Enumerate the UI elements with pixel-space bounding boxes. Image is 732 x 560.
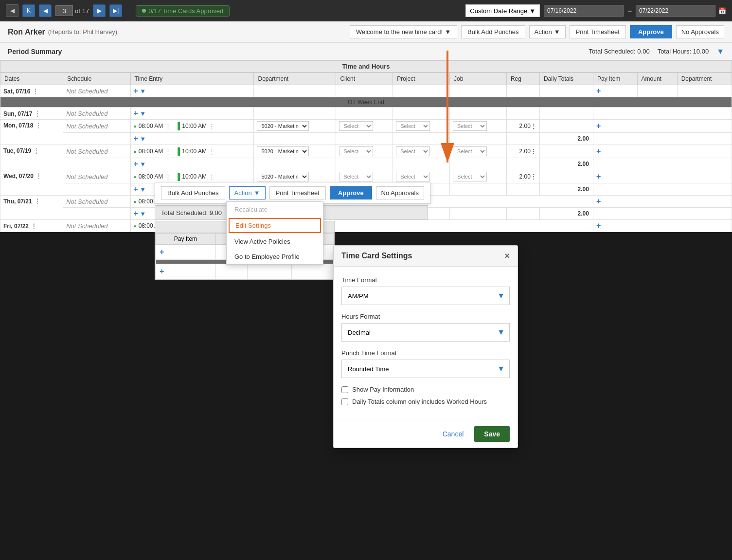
job-sub (450, 133, 507, 145)
date-range-selector[interactable]: Custom Date Range ▼ (465, 4, 540, 17)
floating-toolbar: Bulk Add Punches Action ▼ Print Timeshee… (155, 182, 430, 204)
no-approvals-button[interactable]: No Approvals (676, 25, 724, 38)
view-active-policies-item[interactable]: View Active Policies (227, 234, 323, 249)
client-select[interactable]: Select (339, 121, 373, 131)
time-dropdown-arrow[interactable]: ▼ (140, 88, 146, 95)
department-select[interactable]: 5020 - Marketin (257, 172, 309, 181)
schedule-cell: Not Scheduled (63, 170, 130, 183)
time-dropdown-arrow[interactable]: ▼ (140, 110, 146, 117)
ft-print-button[interactable]: Print Timesheet (269, 186, 326, 199)
add-time-button[interactable]: + (134, 87, 138, 95)
dark-row-pay (156, 260, 216, 264)
client-cell: Select (336, 170, 393, 183)
col-pay-item: Pay Item (593, 73, 637, 85)
hours-format-select[interactable]: Decimal Hours:Minutes (341, 323, 510, 342)
time-format-label: Time Format (341, 276, 510, 284)
welcome-button[interactable]: Welcome to the new time card! ▼ (350, 25, 457, 38)
department-select[interactable]: 5020 - Marketin (257, 121, 309, 131)
punch-menu-icon[interactable]: ⋮ (165, 148, 171, 155)
date-cell: Fri, 07/22⋮ (0, 220, 63, 232)
add-time-sub-button[interactable]: + (134, 134, 138, 143)
dept-right-cell (677, 85, 732, 97)
status-text: 0/17 Time Cards Approved (148, 7, 223, 15)
add-time-button[interactable]: + (134, 109, 138, 117)
sched-sub (63, 133, 130, 145)
back-nav-button[interactable]: ◀ (6, 4, 18, 17)
add-pay-item-button[interactable]: + (596, 122, 601, 130)
ft-bulk-add-button[interactable]: Bulk Add Punches (161, 186, 225, 199)
time-dropdown-sub[interactable]: ▼ (140, 161, 146, 168)
ft-approve-button[interactable]: Approve (330, 186, 372, 199)
recalculate-item[interactable]: Recalculate (227, 202, 323, 217)
punch-menu-icon[interactable]: ⋮ (165, 173, 171, 181)
date-range-label: Custom Date Range (470, 7, 527, 15)
table-row: Sat, 07/16⋮ Not Scheduled + ▼ + (0, 85, 732, 97)
col-client: Client (336, 73, 393, 85)
add-time-sub-button[interactable]: + (134, 185, 138, 193)
punch-in-time: 08:00 AM (139, 173, 163, 180)
punch-menu-icon[interactable]: ⋮ (165, 123, 171, 130)
punch-time-format-select[interactable]: Rounded Time Actual Time (341, 360, 510, 378)
approve-button[interactable]: Approve (630, 25, 672, 38)
daily-total-sub: 2.00 (539, 133, 593, 145)
date-from-input[interactable] (544, 5, 624, 17)
job-select[interactable]: Select (453, 172, 487, 181)
page-number-input[interactable]: 3 (55, 5, 73, 16)
add-pay-item-button[interactable]: + (596, 221, 601, 230)
time-dropdown-sub[interactable]: ▼ (140, 186, 146, 193)
add-pay-item-table-button[interactable]: + (160, 248, 164, 256)
project-select[interactable]: Select (396, 146, 430, 156)
daily-totals-checkbox[interactable] (341, 398, 348, 405)
add-pay-item-button[interactable]: + (596, 87, 601, 95)
ft-no-approvals-button[interactable]: No Approvals (376, 186, 424, 199)
add-pay-item-button[interactable]: + (596, 147, 601, 155)
job-select[interactable]: Select (453, 121, 487, 131)
k-nav-button[interactable]: K (22, 4, 35, 17)
date-to-input[interactable] (636, 5, 715, 17)
print-timesheet-button[interactable]: Print Timesheet (570, 25, 626, 38)
bulk-add-punches-button[interactable]: Bulk Add Punches (461, 25, 525, 38)
punch-out-menu-icon[interactable]: ⋮ (209, 148, 215, 155)
table-row: Wed, 07/20⋮ Not Scheduled ● 08:00 AM ⋮ ▐… (0, 170, 732, 183)
approval-status-badge: 0/17 Time Cards Approved (136, 5, 230, 17)
punch-out-menu-icon[interactable]: ⋮ (209, 123, 215, 130)
client-select[interactable]: Select (339, 146, 373, 156)
ft-action-button[interactable]: Action ▼ (229, 186, 266, 199)
reg-hours: 2.00⋮ (506, 145, 539, 158)
action-button[interactable]: Action ▼ (529, 25, 566, 38)
col-schedule: Schedule (63, 73, 130, 85)
calendar-icon[interactable]: 📅 (718, 7, 726, 15)
add-pay-item-button[interactable]: + (596, 172, 601, 181)
job-select[interactable]: Select (453, 146, 487, 156)
job-cell (450, 85, 507, 97)
show-pay-checkbox[interactable] (341, 386, 348, 393)
time-dropdown-sub[interactable]: ▼ (140, 210, 146, 217)
last-page-button[interactable]: ▶| (109, 4, 122, 17)
go-to-employee-profile-item[interactable]: Go to Employee Profile (227, 249, 323, 264)
punch-out-menu-icon[interactable]: ⋮ (209, 173, 215, 181)
department-select[interactable]: 5020 - Marketin (257, 146, 309, 156)
table-row: Sun, 07/17⋮ Not Scheduled + ▼ (0, 108, 732, 120)
add-pay-item-table-button-2[interactable]: + (160, 267, 164, 275)
time-format-group: Time Format AM/PM 24 Hour ▼ (341, 276, 510, 305)
client-select[interactable]: Select (339, 172, 373, 181)
modal-close-button[interactable]: × (504, 252, 510, 260)
project-select[interactable]: Select (396, 172, 430, 181)
expand-icon[interactable]: ▼ (716, 47, 724, 56)
show-pay-label: Show Pay Information (352, 386, 414, 393)
time-format-select[interactable]: AM/PM 24 Hour (341, 287, 510, 305)
prev-page-button[interactable]: ◀ (39, 4, 52, 17)
next-page-button[interactable]: ▶ (93, 4, 106, 17)
project-select[interactable]: Select (396, 121, 430, 131)
save-button[interactable]: Save (474, 426, 510, 442)
empty-proje-2 (292, 264, 334, 279)
punch-in-dot: ● (134, 174, 137, 180)
schedule-cell: Not Scheduled (63, 120, 130, 133)
add-time-sub-button[interactable]: + (134, 209, 138, 217)
cancel-button[interactable]: Cancel (437, 427, 470, 441)
add-pay-item-button[interactable]: + (596, 197, 601, 205)
pay-item-col: Pay Item (156, 234, 216, 245)
time-dropdown-sub[interactable]: ▼ (140, 135, 146, 143)
edit-settings-item[interactable]: Edit Settings (229, 218, 321, 233)
add-time-sub-button[interactable]: + (134, 160, 138, 168)
